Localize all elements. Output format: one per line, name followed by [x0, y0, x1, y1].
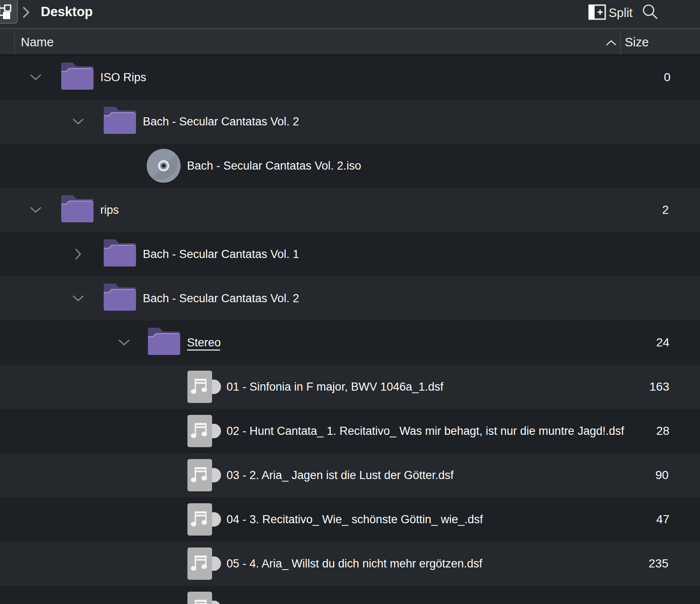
item-label[interactable]: 01 - Sinfonia in F major, BWV 1046a_1.ds… — [227, 365, 443, 409]
item-size: 24 — [656, 320, 669, 365]
item-label[interactable]: 02 - Hunt Cantata_ 1. Recitativo_ Was mi… — [227, 409, 624, 453]
item-size: 0 — [664, 55, 671, 99]
table-row[interactable]: 03 - 2. Aria_ Jagen ist die Lust der Göt… — [0, 453, 700, 497]
audio-file-icon[interactable] — [187, 371, 221, 405]
item-label[interactable]: 03 - 2. Aria_ Jagen ist die Lust der Göt… — [227, 453, 453, 497]
split-button-label: Split — [609, 3, 632, 23]
table-row[interactable]: ISO Rips 0 — [0, 55, 700, 99]
expander-collapse-icon[interactable] — [118, 339, 130, 348]
item-size: 47 — [656, 497, 669, 542]
item-size: 163 — [649, 365, 669, 409]
table-row[interactable]: 04 - 3. Recitativo_ Wie_ schönste Göttin… — [0, 497, 700, 542]
item-label[interactable]: 04 - 3. Recitativo_ Wie_ schönste Göttin… — [227, 497, 483, 542]
breadcrumb-chevron-icon — [21, 5, 31, 22]
sort-ascending-icon — [605, 40, 617, 48]
table-row[interactable]: Bach - Secular Cantatas Vol. 1 — [0, 232, 700, 276]
tree-view-button[interactable] — [0, 0, 18, 24]
table-row[interactable]: 05 - 4. Aria_ Willst du dich nicht mehr … — [0, 542, 700, 586]
item-label[interactable]: Stereo — [187, 320, 221, 365]
folder-icon[interactable] — [102, 281, 137, 313]
folder-icon[interactable] — [102, 237, 137, 269]
folder-icon[interactable] — [60, 193, 95, 225]
audio-file-icon[interactable] — [187, 415, 221, 449]
breadcrumb-location[interactable]: Desktop — [41, 0, 93, 26]
table-row[interactable]: Stereo 24 — [0, 320, 700, 365]
search-icon — [642, 14, 659, 22]
item-label[interactable]: rips — [100, 188, 119, 232]
search-button[interactable] — [642, 3, 659, 20]
file-manager-window: Desktop Split Name — [0, 0, 700, 604]
table-row[interactable] — [0, 586, 700, 604]
item-size: 28 — [656, 409, 669, 453]
item-size: 90 — [655, 453, 669, 497]
table-row[interactable]: Bach - Secular Cantatas Vol. 2 — [0, 99, 700, 144]
audio-file-icon[interactable] — [187, 547, 221, 581]
header-separator — [14, 31, 15, 54]
table-row[interactable]: Bach - Secular Cantatas Vol. 2.iso — [0, 144, 700, 188]
column-header-name[interactable]: Name — [21, 29, 54, 55]
table-row[interactable]: rips 2 — [0, 188, 700, 232]
expander-collapse-icon[interactable] — [72, 295, 84, 303]
folder-icon[interactable] — [147, 325, 181, 357]
table-row[interactable]: 01 - Sinfonia in F major, BWV 1046a_1.ds… — [0, 365, 700, 409]
item-label[interactable]: Bach - Secular Cantatas Vol. 1 — [143, 232, 299, 276]
item-label[interactable]: 05 - 4. Aria_ Willst du dich nicht mehr … — [227, 542, 482, 586]
item-label[interactable]: Bach - Secular Cantatas Vol. 2 — [143, 276, 299, 320]
header-separator[interactable] — [620, 31, 621, 54]
audio-file-icon[interactable] — [187, 459, 221, 493]
folder-icon[interactable] — [102, 104, 137, 136]
expander-collapse-icon[interactable] — [72, 118, 84, 127]
item-label[interactable]: Bach - Secular Cantatas Vol. 2.iso — [187, 144, 361, 188]
table-row[interactable]: 02 - Hunt Cantata_ 1. Recitativo_ Was mi… — [0, 409, 700, 453]
folder-icon[interactable] — [60, 60, 95, 92]
column-header-size[interactable]: Size — [625, 29, 649, 55]
hover-underline — [187, 349, 220, 351]
expander-collapse-icon[interactable] — [30, 207, 42, 215]
table-row[interactable]: Bach - Secular Cantatas Vol. 2 — [0, 276, 700, 320]
disc-image-icon[interactable] — [147, 149, 181, 184]
toolbar: Desktop Split — [0, 0, 700, 28]
column-header: Name Size — [0, 28, 700, 55]
expander-collapse-icon[interactable] — [30, 74, 42, 82]
item-label[interactable]: Bach - Secular Cantatas Vol. 2 — [143, 99, 299, 144]
item-size: 235 — [649, 542, 669, 586]
audio-file-icon[interactable] — [187, 592, 221, 604]
item-size: 2 — [662, 188, 669, 232]
expander-expand-icon[interactable] — [75, 248, 82, 262]
item-label[interactable]: ISO Rips — [100, 55, 146, 99]
audio-file-icon[interactable] — [187, 503, 221, 537]
